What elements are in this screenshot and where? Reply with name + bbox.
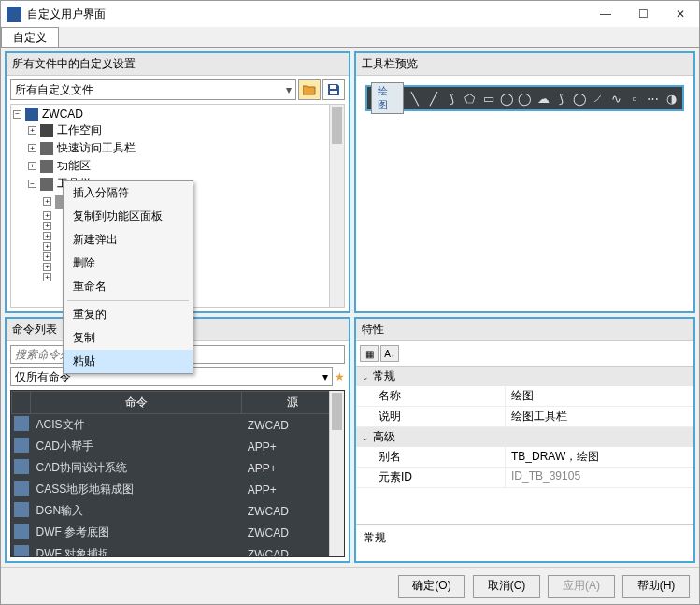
svg-rect-1	[330, 91, 337, 94]
tab-customize[interactable]: 自定义	[1, 27, 59, 47]
donut-icon: ◯	[499, 91, 514, 106]
command-icon	[14, 524, 29, 539]
prop-alias[interactable]: 别名TB_DRAW，绘图	[356, 447, 693, 468]
customize-header: 所有文件中的自定义设置	[7, 53, 349, 76]
spline-icon: ∿	[609, 91, 624, 106]
tree-workspace[interactable]: +工作空间	[13, 122, 342, 139]
properties-panel: 特性 ▦ A↓ ⌄常规 名称绘图 说明绘图工具栏 ⌄高级 别名TB_DRAW，绘…	[354, 317, 695, 563]
more-icon: ⋯	[646, 91, 661, 106]
chevron-down-icon: ▾	[286, 83, 292, 96]
window-title: 自定义用户界面	[27, 7, 587, 22]
titlebar: 自定义用户界面 — ☐ ✕	[1, 1, 699, 27]
dialog-footer: 确定(O) 取消(C) 应用(A) 帮助(H)	[1, 567, 699, 604]
table-row[interactable]: DGN输入ZWCAD	[12, 500, 344, 522]
open-button[interactable]	[298, 79, 321, 100]
xline-icon: ╱	[426, 91, 441, 106]
command-icon	[14, 545, 29, 557]
help-button[interactable]: 帮助(H)	[622, 575, 690, 598]
tree-quickaccess[interactable]: +快速访问工具栏	[13, 139, 342, 157]
toolbar-preview-panel: 工具栏预览 绘图 ╲ ╱ ⟆ ⬠ ▭ ◯ ◯ ☁ ⟆ ◯ ⟋	[354, 51, 695, 313]
end-icon: ◑	[664, 91, 679, 106]
ctx-copy[interactable]: 复制	[64, 326, 193, 350]
properties-header: 特性	[356, 319, 693, 341]
app-icon	[7, 7, 21, 22]
properties-grid[interactable]: ⌄常规 名称绘图 说明绘图工具栏 ⌄高级 别名TB_DRAW，绘图 元素IDID…	[356, 367, 693, 524]
customize-filter-combo[interactable]: 所有自定义文件 ▾	[10, 79, 296, 100]
arc3-icon: ⟋	[591, 91, 606, 106]
properties-toolbar: ▦ A↓	[356, 341, 693, 367]
polygon-icon: ⬠	[463, 91, 478, 106]
apply-button[interactable]: 应用(A)	[548, 575, 615, 598]
maximize-button[interactable]: ☐	[624, 1, 662, 27]
command-icon	[14, 416, 29, 431]
tree-root[interactable]: −ZWCAD	[13, 107, 342, 122]
command-table[interactable]: 命令 源 ACIS文件ZWCADCAD小帮手APP+CAD协同设计系统APP+C…	[10, 390, 345, 557]
sort-button[interactable]: A↓	[380, 345, 399, 362]
context-menu: 插入分隔符 复制到功能区面板 新建弹出 删除 重命名 重复的 复制 粘贴	[63, 180, 193, 374]
ribbon-icon	[40, 160, 53, 173]
table-row[interactable]: CAD协同设计系统APP+	[12, 457, 344, 479]
preview-caption: 绘图	[371, 82, 404, 114]
customize-filter-value: 所有自定义文件	[15, 82, 93, 98]
table-row[interactable]: DWF 对象捕捉ZWCAD	[12, 543, 344, 557]
ctx-new-flyout[interactable]: 新建弹出	[64, 228, 193, 252]
table-row[interactable]: ACIS文件ZWCAD	[12, 414, 344, 437]
folder-icon	[303, 84, 316, 95]
tree-scrollbar[interactable]	[329, 105, 344, 307]
table-row[interactable]: DWF 参考底图ZWCAD	[12, 522, 344, 543]
preview-header: 工具栏预览	[356, 53, 693, 76]
save-icon	[327, 83, 340, 96]
category-advanced[interactable]: ⌄高级	[356, 427, 693, 447]
customize-panel: 所有文件中的自定义设置 所有自定义文件 ▾	[5, 51, 350, 313]
cloud-icon: ☁	[536, 91, 550, 106]
new-command-button[interactable]: ★	[335, 370, 345, 383]
ctx-insert-separator[interactable]: 插入分隔符	[64, 181, 193, 205]
ctx-duplicate[interactable]: 重复的	[64, 303, 193, 326]
categorize-button[interactable]: ▦	[360, 345, 379, 362]
svg-rect-0	[330, 85, 336, 89]
command-icon	[14, 481, 29, 496]
ok-button[interactable]: 确定(O)	[398, 575, 465, 598]
preview-toolbar: 绘图 ╲ ╱ ⟆ ⬠ ▭ ◯ ◯ ☁ ⟆ ◯ ⟋ ∿ ▫ ⋯	[365, 85, 684, 111]
tree-ribbon[interactable]: +功能区	[13, 157, 342, 175]
prop-element-id[interactable]: 元素IDID_TB_39105	[356, 468, 693, 488]
ring-icon: ◯	[573, 91, 588, 106]
arc2-icon: ⟆	[554, 91, 569, 106]
toolbar-icon	[40, 142, 53, 155]
ctx-rename[interactable]: 重命名	[64, 275, 193, 298]
dialog-window: 自定义用户界面 — ☐ ✕ 自定义 所有文件中的自定义设置 所有自定义文件 ▾	[0, 0, 700, 605]
prop-desc[interactable]: 说明绘图工具栏	[356, 407, 693, 427]
command-icon	[14, 459, 29, 474]
line-icon: ╲	[407, 91, 422, 106]
rect-icon: ▭	[481, 91, 496, 106]
command-scrollbar[interactable]	[329, 391, 344, 556]
prop-name[interactable]: 名称绘图	[356, 386, 693, 407]
save-button[interactable]	[322, 79, 345, 100]
tab-strip: 自定义	[1, 27, 699, 48]
ctx-copy-to-ribbon[interactable]: 复制到功能区面板	[64, 205, 193, 228]
close-button[interactable]: ✕	[662, 1, 699, 27]
ctx-separator	[67, 300, 189, 301]
col-command[interactable]: 命令	[31, 392, 242, 414]
point-icon: ▫	[627, 91, 642, 106]
category-general[interactable]: ⌄常规	[356, 367, 693, 386]
table-row[interactable]: CAD小帮手APP+	[12, 436, 344, 457]
ctx-delete[interactable]: 删除	[64, 252, 193, 275]
ellipse-icon: ◯	[518, 91, 533, 106]
gear-icon	[40, 124, 53, 137]
properties-summary: 常规	[356, 524, 693, 561]
command-icon	[14, 438, 29, 453]
minimize-button[interactable]: —	[587, 1, 624, 27]
toolbar-icon	[40, 178, 53, 191]
content-area: 所有文件中的自定义设置 所有自定义文件 ▾	[1, 48, 699, 567]
arc-icon: ⟆	[445, 91, 460, 106]
command-icon	[14, 502, 29, 517]
cancel-button[interactable]: 取消(C)	[473, 575, 540, 598]
ctx-paste[interactable]: 粘贴	[64, 350, 193, 373]
table-row[interactable]: CASS地形地籍成图APP+	[12, 479, 344, 500]
cui-icon	[25, 108, 38, 121]
chevron-down-icon: ▾	[322, 370, 328, 383]
